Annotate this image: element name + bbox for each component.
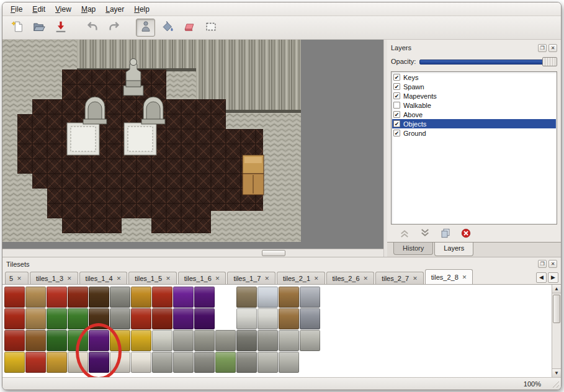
opacity-slider-handle[interactable] — [542, 57, 557, 66]
tileset-tile[interactable] — [25, 330, 46, 351]
tileset-tile[interactable] — [89, 308, 109, 329]
tileset-tile[interactable] — [89, 352, 109, 373]
tab-scroll-left-icon[interactable]: ◀ — [536, 272, 547, 283]
opacity-slider-track[interactable] — [419, 60, 556, 65]
tileset-tile[interactable] — [321, 308, 341, 329]
map-canvas[interactable] — [2, 40, 301, 242]
tileset-tile[interactable] — [110, 330, 130, 351]
tileset-tile[interactable] — [131, 287, 151, 308]
layer-row-ground[interactable]: ✔Ground — [392, 128, 556, 138]
tileset-tile[interactable] — [4, 287, 25, 308]
tileset-tile[interactable] — [25, 287, 46, 308]
tileset-tile[interactable] — [68, 330, 88, 351]
tileset-tile[interactable] — [173, 352, 194, 373]
tileset-tile[interactable] — [215, 352, 236, 373]
menu-map[interactable]: Map — [77, 4, 100, 15]
tileset-tile[interactable] — [194, 287, 215, 308]
menu-view[interactable]: View — [51, 4, 76, 15]
tileset-tile[interactable] — [173, 287, 194, 308]
tileset-tile[interactable] — [257, 287, 278, 308]
tileset-tile[interactable] — [152, 287, 172, 308]
tileset-tile[interactable] — [215, 308, 236, 329]
stamp-tool-button[interactable] — [136, 19, 155, 37]
tileset-tab-tiles_2_6[interactable]: tiles_2_6✕ — [326, 272, 375, 284]
layer-visibility-checkbox[interactable]: ✔ — [393, 74, 400, 81]
tilesets-close-icon[interactable]: ✕ — [548, 260, 557, 268]
tileset-tile[interactable] — [47, 330, 67, 351]
tileset-tab-tiles_1_3[interactable]: tiles_1_3✕ — [30, 272, 78, 284]
lower-layer-button[interactable] — [419, 227, 431, 239]
layer-row-walkable[interactable]: Walkable — [392, 100, 556, 110]
tab-close-icon[interactable]: ✕ — [117, 275, 122, 282]
tileset-tile[interactable] — [279, 308, 299, 329]
tab-close-icon[interactable]: ✕ — [215, 275, 220, 282]
tileset-tile[interactable] — [257, 330, 278, 351]
duplicate-layer-button[interactable] — [439, 227, 452, 239]
tileset-tab-5[interactable]: 5✕ — [5, 272, 29, 284]
tileset-tab-tiles_2_8[interactable]: tiles_2_8✕ — [425, 269, 473, 284]
tab-close-icon[interactable]: ✕ — [413, 275, 418, 282]
tileset-vertical-scrollbar[interactable]: ▲ ▼ — [552, 285, 561, 377]
tab-scroll-right-icon[interactable]: ▶ — [548, 272, 558, 283]
tileset-tile[interactable] — [279, 287, 299, 308]
tab-close-icon[interactable]: ✕ — [462, 274, 467, 280]
layers-close-icon[interactable]: ✕ — [548, 44, 557, 52]
layer-row-objects[interactable]: ✔Objects — [392, 119, 556, 128]
tileset-tab-tiles_1_6[interactable]: tiles_1_6✕ — [178, 272, 226, 284]
layers-detach-icon[interactable]: ❐ — [538, 44, 547, 52]
tab-close-icon[interactable]: ✕ — [17, 275, 22, 282]
tileset-tile[interactable] — [257, 352, 278, 373]
tileset-tile[interactable] — [321, 330, 341, 351]
tileset-tile[interactable] — [110, 308, 130, 329]
map-hscroll-thumb[interactable] — [262, 250, 285, 256]
layer-visibility-checkbox[interactable]: ✔ — [393, 111, 400, 118]
menu-edit[interactable]: Edit — [28, 4, 50, 15]
menu-file[interactable]: File — [6, 4, 27, 15]
tab-close-icon[interactable]: ✕ — [166, 275, 171, 282]
delete-layer-button[interactable] — [460, 227, 472, 239]
eraser-tool-button[interactable] — [179, 19, 199, 37]
tilesets-detach-icon[interactable]: ❐ — [538, 260, 547, 268]
menu-layer[interactable]: Layer — [101, 4, 128, 15]
tab-close-icon[interactable]: ✕ — [264, 275, 269, 282]
tab-close-icon[interactable]: ✕ — [364, 275, 369, 282]
tileset-tile[interactable] — [173, 330, 194, 351]
tab-layers[interactable]: Layers — [434, 243, 473, 256]
tileset-tile[interactable] — [321, 352, 341, 373]
save-button[interactable] — [51, 19, 70, 37]
tileset-tile[interactable] — [25, 352, 46, 373]
tileset-vscroll-thumb[interactable] — [553, 295, 560, 323]
layer-row-above[interactable]: ✔Above — [392, 110, 556, 119]
tileset-tile[interactable] — [321, 287, 341, 308]
tab-close-icon[interactable]: ✕ — [67, 275, 72, 282]
tileset-tile[interactable] — [47, 287, 67, 308]
layer-row-mapevents[interactable]: ✔Mapevents — [392, 91, 556, 100]
menu-help[interactable]: Help — [130, 4, 154, 15]
layer-visibility-checkbox[interactable]: ✔ — [393, 130, 400, 136]
open-button[interactable] — [29, 19, 48, 37]
tileset-tile[interactable] — [300, 308, 320, 329]
map-horizontal-scrollbar[interactable] — [2, 249, 383, 257]
layer-row-keys[interactable]: ✔Keys — [392, 73, 556, 82]
tileset-tile[interactable] — [300, 352, 320, 373]
tileset-tab-tiles_2_1[interactable]: tiles_2_1✕ — [277, 272, 325, 284]
tileset-tile[interactable] — [300, 287, 320, 308]
tileset-tile[interactable] — [4, 352, 25, 373]
layer-visibility-checkbox[interactable]: ✔ — [393, 92, 400, 99]
tileset-tile[interactable] — [194, 308, 215, 329]
scroll-up-icon[interactable]: ▲ — [552, 285, 561, 293]
tileset-tile[interactable] — [236, 352, 257, 373]
redo-button[interactable] — [104, 19, 123, 37]
tileset-tile[interactable] — [110, 352, 130, 373]
tileset-tile[interactable] — [215, 287, 236, 308]
resize-grip[interactable] — [551, 380, 559, 388]
tileset-tile[interactable] — [173, 308, 194, 329]
tileset-tile[interactable] — [47, 308, 67, 329]
tileset-tile[interactable] — [215, 330, 236, 351]
tileset-tile[interactable] — [68, 308, 88, 329]
layer-row-spawn[interactable]: ✔Spawn — [392, 82, 556, 91]
tab-history[interactable]: History — [393, 243, 433, 255]
tileset-tab-tiles_2_7[interactable]: tiles_2_7✕ — [375, 272, 424, 284]
new-button[interactable] — [7, 19, 27, 37]
tileset-tile[interactable] — [47, 352, 67, 373]
